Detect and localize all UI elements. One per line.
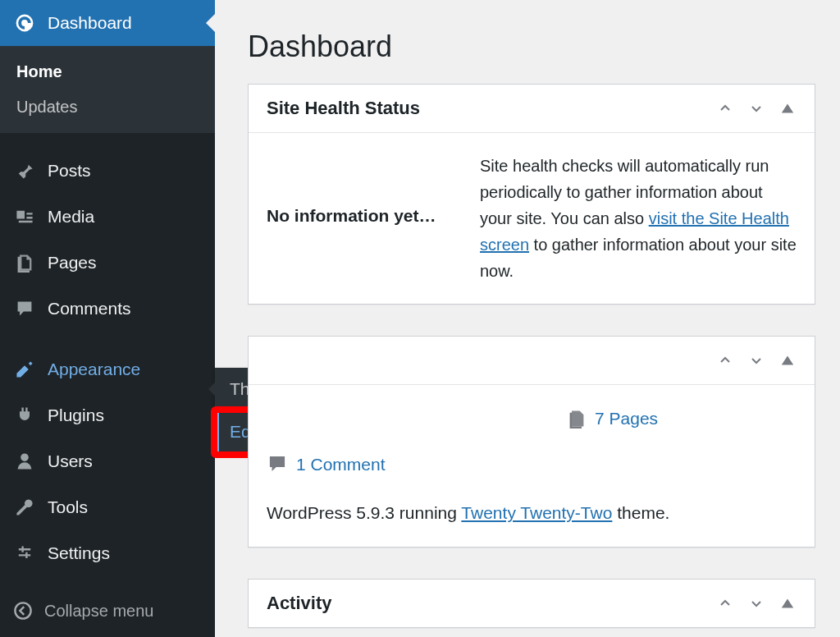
submenu-home[interactable]: Home	[0, 54, 215, 89]
appearance-icon	[13, 358, 36, 381]
menu-separator	[0, 576, 215, 591]
sidebar-label-tools: Tools	[48, 497, 88, 517]
panel-controls	[716, 351, 797, 369]
move-down-icon[interactable]	[747, 351, 765, 369]
panel-controls	[716, 594, 797, 612]
comments-icon	[267, 453, 288, 474]
theme-link[interactable]: Twenty Twenty-Two	[461, 503, 612, 522]
move-up-icon[interactable]	[716, 351, 734, 369]
move-up-icon[interactable]	[716, 594, 734, 612]
site-health-panel: Site Health Status No information yet… S…	[248, 84, 815, 305]
users-icon	[13, 450, 36, 473]
pages-icon	[13, 251, 36, 274]
sidebar-label-pages: Pages	[48, 253, 97, 273]
sidebar-item-media[interactable]: Media	[0, 194, 215, 240]
sidebar-label-users: Users	[48, 451, 93, 471]
main-content: Dashboard Site Health Status No informat…	[215, 0, 840, 637]
sidebar-item-dashboard[interactable]: Dashboard	[0, 0, 215, 46]
atg-stat-comments: 1 Comment	[267, 451, 797, 479]
sidebar-label-settings: Settings	[48, 543, 110, 563]
collapse-icon	[13, 601, 33, 621]
sidebar-label-comments: Comments	[48, 299, 131, 318]
settings-icon	[13, 542, 36, 565]
media-icon	[13, 205, 36, 228]
move-down-icon[interactable]	[747, 99, 765, 117]
at-a-glance-panel: 2 Posts 7 Pages 1 Comment WordPress 5.9.…	[248, 336, 815, 548]
toggle-panel-icon[interactable]	[778, 99, 797, 117]
menu-separator	[0, 133, 215, 148]
at-a-glance-body: 2 Posts 7 Pages 1 Comment WordPress 5.9.…	[249, 385, 815, 547]
atg-stat-pages: 7 Pages	[567, 405, 658, 433]
sidebar-item-settings[interactable]: Settings	[0, 530, 215, 576]
sidebar-label-appearance: Appearance	[48, 360, 140, 379]
admin-sidebar: Dashboard Home Updates Posts Media Pages…	[0, 0, 215, 637]
panel-controls	[716, 99, 797, 117]
at-a-glance-title	[267, 350, 272, 371]
collapse-label: Collapse menu	[44, 602, 153, 621]
plugins-icon	[13, 404, 36, 427]
pages-icon	[567, 409, 587, 428]
pin-icon	[13, 159, 36, 182]
comments-count-link[interactable]: 1 Comment	[296, 451, 386, 479]
health-description: Site health checks will automatically ru…	[480, 153, 797, 284]
panel-header: Activity	[249, 580, 815, 627]
sidebar-item-plugins[interactable]: Plugins	[0, 392, 215, 438]
atg-footer-text1: WordPress 5.9.3 running	[267, 503, 461, 522]
health-status-text: No information yet…	[267, 153, 455, 284]
sidebar-item-pages[interactable]: Pages	[0, 240, 215, 286]
atg-footer: WordPress 5.9.3 running Twenty Twenty-Tw…	[267, 499, 797, 527]
panel-header	[249, 337, 815, 385]
site-health-title: Site Health Status	[267, 98, 420, 119]
sidebar-label-dashboard: Dashboard	[48, 13, 132, 33]
move-up-icon[interactable]	[716, 99, 734, 117]
sidebar-item-posts[interactable]: Posts	[0, 148, 215, 194]
sidebar-label-media: Media	[48, 207, 94, 227]
move-down-icon[interactable]	[747, 594, 765, 612]
submenu-updates[interactable]: Updates	[0, 89, 215, 125]
panel-header: Site Health Status	[249, 85, 815, 133]
sidebar-item-users[interactable]: Users	[0, 438, 215, 484]
toggle-panel-icon[interactable]	[778, 594, 797, 612]
page-title: Dashboard	[248, 30, 815, 64]
toggle-panel-icon[interactable]	[778, 351, 797, 369]
sidebar-label-posts: Posts	[48, 161, 91, 181]
site-health-body: No information yet… Site health checks w…	[249, 133, 815, 304]
atg-stats: 2 Posts 7 Pages	[267, 405, 797, 433]
sidebar-item-comments[interactable]: Comments	[0, 286, 215, 332]
pages-count-link[interactable]: 7 Pages	[595, 405, 658, 433]
menu-separator	[0, 332, 215, 346]
sidebar-label-plugins: Plugins	[48, 406, 104, 425]
sidebar-item-tools[interactable]: Tools	[0, 484, 215, 530]
dashboard-icon	[13, 11, 36, 34]
activity-title: Activity	[267, 593, 331, 614]
comments-icon	[13, 297, 36, 320]
tools-icon	[13, 496, 36, 519]
collapse-menu[interactable]: Collapse menu	[0, 591, 215, 630]
sidebar-item-appearance[interactable]: Appearance	[0, 346, 215, 392]
svg-point-0	[15, 603, 30, 618]
activity-panel: Activity	[248, 579, 815, 628]
dashboard-submenu: Home Updates	[0, 46, 215, 133]
atg-footer-text2: theme.	[612, 503, 669, 522]
